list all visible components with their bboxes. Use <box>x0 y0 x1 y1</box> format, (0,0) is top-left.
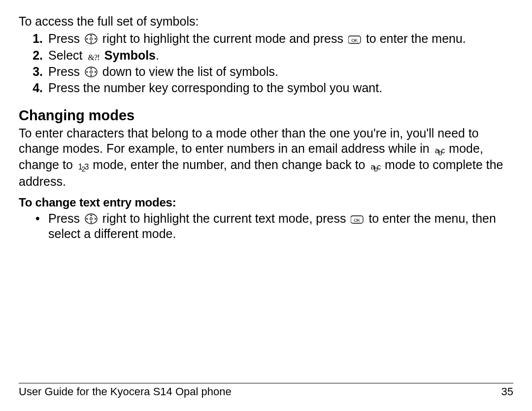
ok-icon <box>348 35 361 44</box>
section-heading: Changing modes <box>19 106 513 124</box>
steps-list: Press right to highlight the current mod… <box>19 31 513 96</box>
subhead: To change text entry modes: <box>19 195 513 210</box>
para-text-a: To enter characters that belong to a mod… <box>19 126 479 155</box>
bullet-list: Press right to highlight the current tex… <box>19 211 513 242</box>
abc-glyph: abc <box>435 146 444 158</box>
bullet-text-b: right to highlight the current text mode… <box>99 211 350 225</box>
para-text-c: mode, enter the number, and then change … <box>89 158 368 171</box>
step-1: Press right to highlight the current mod… <box>46 31 513 46</box>
step-3: Press down to view the list of symbols. <box>46 64 513 79</box>
abc-glyph: abc <box>370 162 380 174</box>
one-two-three-glyph: 123 <box>78 162 88 174</box>
step-1-text-b: right to highlight the current mode and … <box>99 32 347 45</box>
nav-icon <box>85 67 98 77</box>
bullet-1: Press right to highlight the current tex… <box>46 211 513 242</box>
step-3-text-b: down to view the list of symbols. <box>99 65 278 78</box>
footer: User Guide for the Kyocera S14 Opal phon… <box>19 383 513 399</box>
nav-icon <box>85 213 98 224</box>
step-2-text-c: . <box>156 48 159 62</box>
bullet-text-a: Press <box>48 211 83 225</box>
symbols-glyph: &?! <box>88 52 99 63</box>
page-number: 35 <box>501 385 513 399</box>
step-4: Press the number key corresponding to th… <box>46 80 513 96</box>
section-paragraph: To enter characters that belong to a mod… <box>19 126 513 190</box>
step-4-text: Press the number key corresponding to th… <box>48 81 382 95</box>
step-3-text-a: Press <box>48 65 83 78</box>
nav-icon <box>85 34 98 44</box>
intro-text: To access the full set of symbols: <box>19 14 513 29</box>
step-2: Select &?! Symbols. <box>46 48 513 63</box>
step-1-text-c: to enter the menu. <box>363 32 466 45</box>
step-2-bold: Symbols <box>101 48 156 62</box>
ok-icon <box>351 215 364 224</box>
step-2-text-a: Select <box>48 48 86 62</box>
footer-title: User Guide for the Kyocera S14 Opal phon… <box>19 385 232 399</box>
step-1-text-a: Press <box>48 32 83 45</box>
